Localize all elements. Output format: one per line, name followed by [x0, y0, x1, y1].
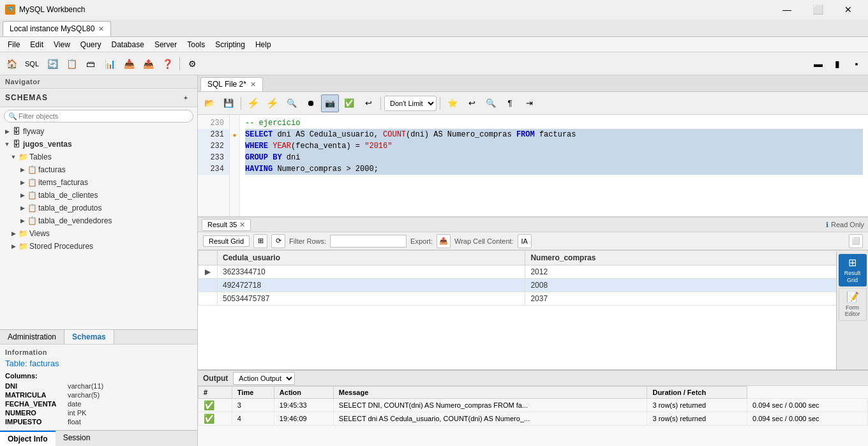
toolbar-layout-1[interactable]: ▬	[809, 55, 827, 73]
out-status-2: ✅	[198, 412, 232, 426]
out-status-1: ✅	[198, 399, 232, 412]
sql-editor: 230 231 232 233 234 ● -- ejer	[198, 115, 868, 217]
schemas-add-btn[interactable]: +	[179, 91, 192, 104]
toolbar-import[interactable]: 📥	[120, 55, 138, 73]
close-button[interactable]: ✕	[834, 0, 863, 19]
administration-tab[interactable]: Administration	[0, 330, 64, 344]
sql-execute-current-btn[interactable]: ⚡	[264, 94, 281, 112]
tab-close-icon[interactable]: ✕	[98, 25, 104, 33]
toolbar-refresh[interactable]: 🔄	[43, 55, 61, 73]
toolbar-home[interactable]: 🏠	[3, 55, 20, 73]
sql-wrap-btn[interactable]: ⇥	[520, 94, 538, 112]
tree-item-stored-procs[interactable]: ▶ 📁 Stored Procedures	[0, 240, 197, 253]
result-grid-tab[interactable]: Result Grid	[203, 235, 250, 247]
tree-item-jugos-ventas[interactable]: ▼ 🗄 jugos_ventas	[0, 138, 197, 151]
schemas-tab[interactable]: Schemas	[64, 330, 114, 344]
tree-item-views[interactable]: ▶ 📁 Views	[0, 227, 197, 240]
tree-item-flyway[interactable]: ▶ 🗄 flyway	[0, 125, 197, 138]
tree-toggle-views: ▶	[9, 229, 18, 238]
tree-label-flyway: flyway	[23, 127, 44, 136]
sql-file-tab[interactable]: SQL File 2* ✕	[200, 77, 263, 91]
menu-server[interactable]: Server	[149, 39, 182, 50]
result-grid-sidebar-btn[interactable]: ⊞ Result Grid	[839, 254, 867, 286]
out-col-action: Action	[274, 387, 333, 399]
filter-rows-input[interactable]	[330, 235, 407, 248]
wrap-btn[interactable]: IA	[518, 234, 532, 248]
form-editor-sidebar-icon: 📝	[846, 291, 859, 303]
data-row-3[interactable]: 50534475787 2037	[198, 292, 868, 306]
output-row-1[interactable]: ✅ 3 19:45:33 SELECT DNI, COUNT(dni) AS N…	[198, 399, 868, 412]
filter-objects-input[interactable]	[4, 110, 193, 123]
tree-item-tabla-vendedores[interactable]: ▶ 📋 tabla_de_vendedores	[0, 214, 197, 227]
sql-format-btn[interactable]: ¶	[501, 94, 519, 112]
output-row-2[interactable]: ✅ 4 19:46:09 SELECT dni AS Cedula_usuari…	[198, 412, 868, 426]
sql-content[interactable]: -- ejercicio SELECT dni AS Cedula_usuari…	[240, 115, 868, 216]
line-numbers: 230 231 232 233 234	[198, 115, 230, 216]
toolbar-export[interactable]: 📤	[139, 55, 157, 73]
sql-tab-close-icon[interactable]: ✕	[250, 80, 256, 89]
data-row-1[interactable]: ▶ 3623344710 2012	[198, 265, 868, 279]
sql-scrollbar-h[interactable]	[198, 216, 868, 217]
tree-item-items-facturas[interactable]: ▶ 📋 items_facturas	[0, 176, 197, 189]
maximize-button[interactable]: ⬜	[803, 0, 832, 19]
tree-item-tables[interactable]: ▼ 📁 Tables	[0, 151, 197, 163]
sql-save-btn[interactable]: 💾	[220, 94, 237, 112]
col-name-fecha-venta: FECHA_VENTA	[5, 400, 63, 408]
result-35-tab[interactable]: Result 35 ✕	[202, 219, 251, 231]
out-col-duration: Duration / Fetch	[647, 387, 747, 399]
toolbar-schema[interactable]: 🗃	[82, 55, 100, 73]
instance-tab[interactable]: Local instance MySQL80 ✕	[3, 21, 111, 36]
menu-view[interactable]: View	[49, 39, 75, 50]
sql-text-232b: (fecha_venta) =	[291, 140, 364, 152]
menu-query[interactable]: Query	[75, 39, 107, 50]
toolbar-layout-2[interactable]: ▮	[828, 55, 846, 73]
tree-item-tabla-clientes[interactable]: ▶ 📋 tabla_de_clientes	[0, 189, 197, 202]
compras-1: 2012	[525, 265, 868, 279]
expand-btn[interactable]: ⬜	[849, 234, 863, 248]
result-tab-close-icon[interactable]: ✕	[239, 221, 245, 229]
limit-select[interactable]: Don't Limit 1000 rows 200 rows	[384, 96, 437, 111]
sql-find-btn[interactable]: 🔍	[283, 94, 301, 112]
sql-toolbar: 📂 💾 ⚡ ⚡ 🔍 ⏺ 📷 ✅ ↩ Don't Limit 1000 rows …	[198, 92, 868, 115]
sql-stop-btn[interactable]: ⏺	[302, 94, 320, 112]
toolbar-layout-3[interactable]: ▪	[848, 55, 865, 73]
sql-execute-btn[interactable]: ⚡	[244, 94, 262, 112]
tree-label-views: Views	[29, 229, 50, 238]
form-editor-sidebar-btn[interactable]: 📝 Form Editor	[839, 288, 867, 322]
tree-item-tabla-produtos[interactable]: ▶ 📋 tabla_de_produtos	[0, 202, 197, 214]
menu-database[interactable]: Database	[107, 39, 149, 50]
session-tab[interactable]: Session	[56, 431, 98, 446]
menu-help[interactable]: Help	[250, 39, 276, 50]
title-bar-left: 🐬 MySQL Workbench	[5, 4, 85, 15]
menu-scripting[interactable]: Scripting	[210, 39, 250, 50]
data-row-2[interactable]: 492472718 2008	[198, 279, 868, 292]
sql-undo-btn[interactable]: ↩	[463, 94, 481, 112]
sql-zoom-btn[interactable]: 🔍	[482, 94, 500, 112]
object-info-tab[interactable]: Object Info	[0, 431, 56, 446]
export-label: Export:	[410, 237, 433, 245]
sql-commit-btn[interactable]: ✅	[340, 94, 358, 112]
menu-edit[interactable]: Edit	[25, 39, 49, 50]
sql-line-231: SELECT dni AS Cedula_usuario, COUNT (dni…	[245, 129, 863, 140]
toolbar-tables[interactable]: 📋	[63, 55, 80, 73]
tree-item-facturas[interactable]: ▶ 📋 facturas	[0, 163, 197, 176]
toolbar-data[interactable]: 📊	[101, 55, 119, 73]
kw-group: GROUP BY	[245, 152, 282, 163]
sql-bookmark-btn[interactable]: ⭐	[444, 94, 461, 112]
sql-snapshot-btn[interactable]: 📷	[321, 94, 339, 112]
sql-rollback-btn[interactable]: ↩	[359, 94, 377, 112]
export-btn[interactable]: 📤	[437, 234, 451, 248]
toolbar-sql-file[interactable]: SQL	[22, 55, 42, 73]
sql-open-btn[interactable]: 📂	[200, 94, 218, 112]
action-output-select[interactable]: Action Output	[233, 372, 295, 385]
result-refresh-btn[interactable]: ⟳	[271, 234, 285, 248]
result-grid-sidebar-icon: ⊞	[848, 256, 857, 269]
minimize-button[interactable]: —	[772, 0, 802, 19]
toolbar-query[interactable]: ❓	[158, 55, 176, 73]
menu-tools[interactable]: Tools	[182, 39, 210, 50]
schema-icon-flyway: 🗄	[11, 126, 22, 137]
col-header-indicator	[198, 251, 218, 265]
menu-file[interactable]: File	[3, 39, 25, 50]
result-grid-btn[interactable]: ⊞	[253, 234, 267, 248]
toolbar-settings[interactable]: ⚙	[183, 55, 201, 73]
